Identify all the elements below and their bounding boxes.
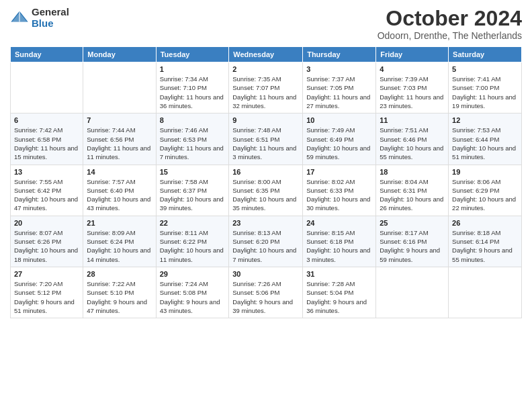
header: General Blue October 2024 Odoorn, Drenth…	[10, 7, 522, 41]
day-number: 27	[14, 270, 79, 278]
header-day-wednesday: Wednesday	[229, 47, 303, 62]
logo-blue: Blue	[32, 18, 69, 30]
calendar-cell	[376, 267, 449, 318]
header-row: SundayMondayTuesdayWednesdayThursdayFrid…	[11, 47, 522, 62]
day-info: Sunrise: 7:49 AM Sunset: 6:49 PM Dayligh…	[306, 126, 372, 161]
day-number: 18	[380, 168, 445, 176]
calendar-cell: 30Sunrise: 7:26 AM Sunset: 5:06 PM Dayli…	[229, 267, 303, 318]
day-info: Sunrise: 7:46 AM Sunset: 6:53 PM Dayligh…	[160, 126, 226, 161]
calendar-cell: 26Sunrise: 8:18 AM Sunset: 6:14 PM Dayli…	[449, 216, 522, 267]
day-info: Sunrise: 8:18 AM Sunset: 6:14 PM Dayligh…	[452, 228, 518, 264]
calendar-cell: 14Sunrise: 7:57 AM Sunset: 6:40 PM Dayli…	[83, 165, 156, 216]
calendar-week-2: 6Sunrise: 7:42 AM Sunset: 6:58 PM Daylig…	[11, 113, 522, 165]
day-info: Sunrise: 8:13 AM Sunset: 6:20 PM Dayligh…	[232, 228, 299, 264]
day-number: 8	[160, 116, 226, 124]
calendar-cell	[11, 62, 83, 113]
calendar-cell: 13Sunrise: 7:55 AM Sunset: 6:42 PM Dayli…	[11, 165, 83, 216]
day-number: 16	[232, 168, 299, 176]
calendar-cell: 10Sunrise: 7:49 AM Sunset: 6:49 PM Dayli…	[303, 113, 376, 165]
calendar-body: 1Sunrise: 7:34 AM Sunset: 7:10 PM Daylig…	[11, 62, 522, 318]
logo-icon	[10, 9, 29, 28]
day-number: 10	[306, 116, 372, 124]
header-day-monday: Monday	[83, 47, 156, 62]
calendar-cell: 29Sunrise: 7:24 AM Sunset: 5:08 PM Dayli…	[156, 267, 229, 318]
day-number: 26	[452, 219, 518, 227]
day-info: Sunrise: 7:55 AM Sunset: 6:42 PM Dayligh…	[14, 177, 79, 213]
calendar-cell: 31Sunrise: 7:28 AM Sunset: 5:04 PM Dayli…	[303, 267, 376, 318]
day-number: 15	[160, 168, 226, 176]
day-number: 24	[306, 219, 372, 227]
day-number: 21	[87, 219, 152, 227]
day-info: Sunrise: 8:00 AM Sunset: 6:35 PM Dayligh…	[232, 177, 299, 213]
day-info: Sunrise: 7:53 AM Sunset: 6:44 PM Dayligh…	[452, 126, 518, 161]
calendar-cell: 28Sunrise: 7:22 AM Sunset: 5:10 PM Dayli…	[83, 267, 156, 318]
day-number: 12	[452, 116, 518, 124]
calendar-cell: 3Sunrise: 7:37 AM Sunset: 7:05 PM Daylig…	[303, 62, 376, 113]
day-info: Sunrise: 8:15 AM Sunset: 6:18 PM Dayligh…	[306, 228, 372, 264]
day-info: Sunrise: 7:22 AM Sunset: 5:10 PM Dayligh…	[87, 279, 152, 315]
header-day-tuesday: Tuesday	[156, 47, 229, 62]
calendar-table: SundayMondayTuesdayWednesdayThursdayFrid…	[10, 46, 522, 318]
day-number: 30	[232, 270, 299, 278]
day-number: 6	[14, 116, 79, 124]
day-info: Sunrise: 8:04 AM Sunset: 6:31 PM Dayligh…	[380, 177, 445, 213]
calendar-cell: 24Sunrise: 8:15 AM Sunset: 6:18 PM Dayli…	[303, 216, 376, 267]
calendar-cell: 19Sunrise: 8:06 AM Sunset: 6:29 PM Dayli…	[449, 165, 522, 216]
day-number: 13	[14, 168, 79, 176]
calendar-cell: 23Sunrise: 8:13 AM Sunset: 6:20 PM Dayli…	[229, 216, 303, 267]
calendar-cell: 5Sunrise: 7:41 AM Sunset: 7:00 PM Daylig…	[449, 62, 522, 113]
day-number: 22	[160, 219, 226, 227]
header-day-friday: Friday	[376, 47, 449, 62]
day-info: Sunrise: 8:17 AM Sunset: 6:16 PM Dayligh…	[380, 228, 445, 264]
day-info: Sunrise: 8:02 AM Sunset: 6:33 PM Dayligh…	[306, 177, 372, 213]
calendar-cell: 18Sunrise: 8:04 AM Sunset: 6:31 PM Dayli…	[376, 165, 449, 216]
calendar-cell: 12Sunrise: 7:53 AM Sunset: 6:44 PM Dayli…	[449, 113, 522, 165]
day-number: 9	[232, 116, 299, 124]
page: General Blue October 2024 Odoorn, Drenth…	[0, 0, 532, 411]
day-info: Sunrise: 8:07 AM Sunset: 6:26 PM Dayligh…	[14, 228, 79, 264]
day-info: Sunrise: 7:51 AM Sunset: 6:46 PM Dayligh…	[380, 126, 445, 161]
calendar-week-5: 27Sunrise: 7:20 AM Sunset: 5:12 PM Dayli…	[11, 267, 522, 318]
calendar-cell: 20Sunrise: 8:07 AM Sunset: 6:26 PM Dayli…	[11, 216, 83, 267]
calendar-week-4: 20Sunrise: 8:07 AM Sunset: 6:26 PM Dayli…	[11, 216, 522, 267]
calendar-header: SundayMondayTuesdayWednesdayThursdayFrid…	[11, 47, 522, 62]
logo-general: General	[32, 7, 69, 18]
day-info: Sunrise: 7:44 AM Sunset: 6:56 PM Dayligh…	[87, 126, 152, 161]
calendar-cell: 17Sunrise: 8:02 AM Sunset: 6:33 PM Dayli…	[303, 165, 376, 216]
day-number: 28	[87, 270, 152, 278]
day-number: 23	[232, 219, 299, 227]
day-info: Sunrise: 7:26 AM Sunset: 5:06 PM Dayligh…	[232, 279, 299, 315]
day-number: 11	[380, 116, 445, 124]
day-info: Sunrise: 7:48 AM Sunset: 6:51 PM Dayligh…	[232, 126, 299, 161]
calendar-cell: 27Sunrise: 7:20 AM Sunset: 5:12 PM Dayli…	[11, 267, 83, 318]
calendar-cell: 1Sunrise: 7:34 AM Sunset: 7:10 PM Daylig…	[156, 62, 229, 113]
calendar-cell: 2Sunrise: 7:35 AM Sunset: 7:07 PM Daylig…	[229, 62, 303, 113]
day-info: Sunrise: 7:28 AM Sunset: 5:04 PM Dayligh…	[306, 279, 372, 315]
calendar-week-1: 1Sunrise: 7:34 AM Sunset: 7:10 PM Daylig…	[11, 62, 522, 113]
calendar-cell: 7Sunrise: 7:44 AM Sunset: 6:56 PM Daylig…	[83, 113, 156, 165]
location-subtitle: Odoorn, Drenthe, The Netherlands	[378, 30, 522, 41]
day-number: 2	[232, 65, 299, 73]
day-number: 31	[306, 270, 372, 278]
header-day-thursday: Thursday	[303, 47, 376, 62]
calendar-cell: 11Sunrise: 7:51 AM Sunset: 6:46 PM Dayli…	[376, 113, 449, 165]
header-day-saturday: Saturday	[449, 47, 522, 62]
day-info: Sunrise: 8:11 AM Sunset: 6:22 PM Dayligh…	[160, 228, 226, 264]
day-number: 7	[87, 116, 152, 124]
day-info: Sunrise: 7:42 AM Sunset: 6:58 PM Dayligh…	[14, 126, 79, 161]
calendar-cell: 15Sunrise: 7:58 AM Sunset: 6:37 PM Dayli…	[156, 165, 229, 216]
logo-text: General Blue	[32, 7, 69, 29]
calendar-cell	[83, 62, 156, 113]
calendar-cell	[449, 267, 522, 318]
day-info: Sunrise: 7:41 AM Sunset: 7:00 PM Dayligh…	[452, 75, 518, 110]
day-info: Sunrise: 7:20 AM Sunset: 5:12 PM Dayligh…	[14, 279, 79, 315]
day-info: Sunrise: 8:09 AM Sunset: 6:24 PM Dayligh…	[87, 228, 152, 264]
calendar-cell: 8Sunrise: 7:46 AM Sunset: 6:53 PM Daylig…	[156, 113, 229, 165]
day-number: 20	[14, 219, 79, 227]
day-info: Sunrise: 7:39 AM Sunset: 7:03 PM Dayligh…	[380, 75, 445, 110]
day-number: 3	[306, 65, 372, 73]
day-number: 4	[380, 65, 445, 73]
day-info: Sunrise: 8:06 AM Sunset: 6:29 PM Dayligh…	[452, 177, 518, 213]
calendar-cell: 22Sunrise: 8:11 AM Sunset: 6:22 PM Dayli…	[156, 216, 229, 267]
calendar-cell: 4Sunrise: 7:39 AM Sunset: 7:03 PM Daylig…	[376, 62, 449, 113]
